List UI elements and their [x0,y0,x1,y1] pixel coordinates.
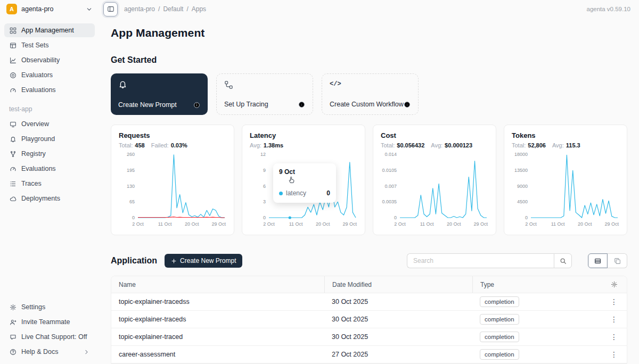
chart-stats: Total:$0.056432 Avg:$0.000123 [381,142,488,148]
bell-icon [118,80,127,89]
svg-text:11 Oct: 11 Oct [289,221,303,227]
row-menu-icon[interactable]: ⋮ [601,350,627,359]
sidebar-item-app-evaluations[interactable]: Evaluations [4,162,95,176]
create-new-prompt-card[interactable]: Create New Prompt [111,73,208,115]
panel-icon [107,5,114,13]
app-name: topic-explainer-traced [111,333,324,341]
set-up-tracing-card[interactable]: Set Up Tracing [216,73,313,115]
user-plus-icon [9,318,17,326]
table-row[interactable]: topic-explainer-tracedss 30 Oct 2025 com… [111,293,627,311]
sidebar-item-evaluations[interactable]: Evaluations [4,83,95,97]
sidebar-item-label: Observability [21,56,60,64]
app-root: A agenta-pro App Management Test Sets Ob… [0,0,639,364]
chevron-right-icon [83,348,90,355]
svg-text:2 Oct: 2 Oct [132,221,144,227]
cost-chart-card: Cost Total:$0.056432 Avg:$0.000123 00.00… [373,125,496,235]
sidebar-item-label: Evaluations [21,86,56,94]
search-button[interactable] [554,253,572,268]
chart-title: Latency [250,131,357,139]
requests-chart-canvas[interactable]: 0651301952602 Oct11 Oct20 Oct29 Oct [119,151,227,228]
sidebar-item-label: Test Sets [21,42,48,49]
svg-text:0.014: 0.014 [384,152,397,157]
create-custom-workflow-card[interactable]: </> Create Custom Workflow [322,73,419,115]
sidebar-item-overview[interactable]: Overview [4,117,95,131]
chart-stats: Avg:1.38ms [250,142,357,148]
svg-text:11 Oct: 11 Oct [551,221,565,227]
sidebar-item-app-management[interactable]: App Management [4,23,95,37]
table-view-button[interactable] [588,253,608,268]
table-row[interactable]: topic-explainer-traceds 30 Oct 2025 comp… [111,311,627,328]
app-version: agenta v0.59.10 [587,6,631,12]
sidebar-item-observability[interactable]: Observability [4,53,95,67]
grid-icon [9,27,17,34]
svg-text:65: 65 [129,199,135,204]
svg-text:0.0035: 0.0035 [382,199,397,204]
tokens-chart-canvas[interactable]: 04500900013500180002 Oct11 Oct20 Oct29 O… [512,151,620,228]
chart-stats: Total:52,806 Avg:115.3 [512,142,619,148]
info-icon[interactable] [404,101,411,108]
app-date-modified: 27 Oct 2025 [324,351,472,358]
card-view-button[interactable] [608,253,627,268]
table-settings-icon[interactable] [601,276,627,293]
row-menu-icon[interactable]: ⋮ [601,315,627,324]
target-icon [9,71,17,79]
table-row[interactable]: topic-explainer-traced 30 Oct 2025 compl… [111,328,627,346]
svg-text:130: 130 [127,184,135,189]
breadcrumb-item[interactable]: agenta-pro [124,5,155,13]
sidebar-item-label: Deployments [21,195,60,202]
sidebar-item-invite-teammate[interactable]: Invite Teammate [4,315,95,329]
sidebar-item-label: Overview [21,120,49,128]
sidebar-item-playground[interactable]: Playground [4,132,95,146]
svg-text:29 Oct: 29 Oct [212,221,226,227]
bell-icon [9,135,17,143]
row-menu-icon[interactable]: ⋮ [601,333,627,341]
sidebar-toggle-button[interactable] [103,2,118,16]
create-new-prompt-button[interactable]: Create New Prompt [165,254,242,268]
row-menu-icon[interactable]: ⋮ [601,297,627,306]
breadcrumb-item[interactable]: Default [163,5,183,13]
view-toggle [588,253,627,268]
page-content: App Management Get Started Create New Pr… [99,18,639,364]
breadcrumb-item[interactable]: Apps [192,5,206,13]
legend-dot [279,192,283,195]
sidebar-item-test-sets[interactable]: Test Sets [4,38,95,52]
card-view-icon [614,258,621,264]
sidebar-item-label: Help & Docs [21,348,58,355]
sidebar-item-help-docs[interactable]: Help & Docs [4,345,95,359]
info-icon[interactable] [298,101,305,108]
topbar: agenta-pro / Default / Apps agenta v0.59… [99,0,639,18]
sidebar-item-label: Traces [21,180,42,187]
column-header-name[interactable]: Name [111,276,324,293]
sidebar-item-traces[interactable]: Traces [4,177,95,191]
sidebar-bottom: Settings Invite Teammate Live Chat Suppo… [4,300,95,360]
table-row[interactable]: career-assessment 27 Oct 2025 completion… [111,346,627,363]
sidebar-item-settings[interactable]: Settings [4,300,95,314]
get-started-cards: Create New Prompt Set Up Tracing </> Cre… [111,73,627,115]
line-chart-icon [9,56,17,64]
sidebar-item-live-chat[interactable]: Live Chat Support: Off [4,330,95,344]
sidebar-item-registry[interactable]: Registry [4,147,95,161]
workspace-selector[interactable]: A agenta-pro [4,0,95,18]
column-header-date-modified[interactable]: Date Modified [324,276,472,293]
latency-chart-card: Latency Avg:1.38ms 0369122 Oct11 Oct20 O… [242,125,365,235]
info-icon[interactable] [193,102,200,109]
tooltip-value: 0 [322,189,330,197]
search-input[interactable] [407,253,554,268]
requests-chart-card: Requests Total:458 Failed:0.03% 06513019… [111,125,234,235]
cost-chart-canvas[interactable]: 00.00350.0070.01050.0142 Oct11 Oct20 Oct… [381,151,489,228]
sidebar-item-label: Settings [21,303,45,311]
sidebar-item-evaluators[interactable]: Evaluators [4,68,95,82]
application-header: Application Create New Prompt [111,253,627,268]
svg-text:260: 260 [127,152,135,157]
code-icon: </> [330,80,341,88]
workspace-name: agenta-pro [21,5,53,13]
app-name: career-assessment [111,351,324,358]
svg-text:0: 0 [525,215,528,220]
application-controls [407,253,627,268]
apps-table: Name Date Modified Type topic-explainer-… [111,276,627,364]
column-header-type[interactable]: Type [472,276,601,293]
svg-text:9000: 9000 [517,184,528,189]
sidebar-item-deployments[interactable]: Deployments [4,192,95,205]
get-started-title: Get Started [111,55,627,65]
svg-text:11 Oct: 11 Oct [420,221,434,227]
